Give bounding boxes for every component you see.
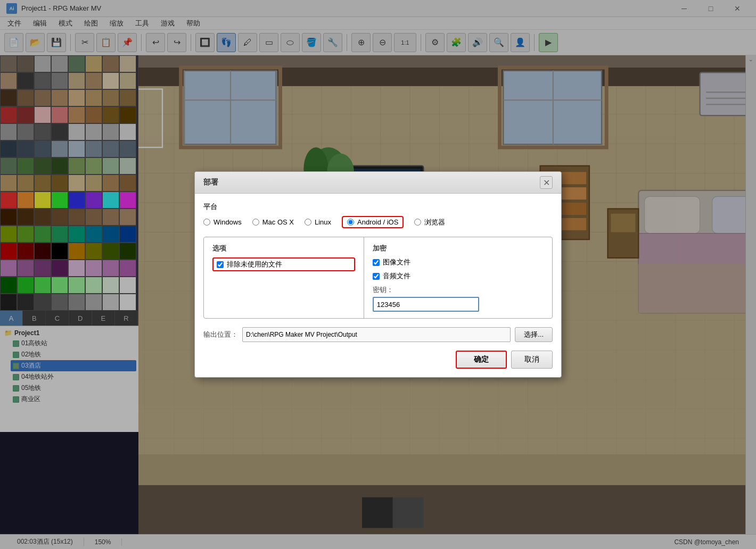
platform-macosx-label: Mac OS X <box>262 218 294 226</box>
dialog-close-button[interactable]: ✕ <box>540 176 553 189</box>
encryption-label: 加密 <box>373 244 544 253</box>
platform-android-ios-label: Android / iOS <box>357 218 398 226</box>
dialog-buttons: 确定 取消 <box>203 351 553 369</box>
cancel-button[interactable]: 取消 <box>511 351 553 369</box>
output-row: 输出位置： 选择... <box>203 327 553 342</box>
options-encryption-row: 选项 排除未使用的文件 加密 图像文件 音频文件 <box>203 237 553 319</box>
encrypt-images-checkbox[interactable] <box>373 259 380 266</box>
platform-windows-label: Windows <box>213 218 242 226</box>
encryption-audio[interactable]: 音频文件 <box>373 271 544 281</box>
platform-label: 平台 <box>203 202 553 212</box>
platform-browser-label: 浏览器 <box>424 218 445 227</box>
platform-linux-radio[interactable] <box>305 219 311 226</box>
dialog-title: 部署 <box>203 178 218 187</box>
password-row: 密钥： <box>373 285 544 312</box>
platform-windows-radio[interactable] <box>203 219 210 226</box>
options-section: 选项 排除未使用的文件 <box>204 237 364 318</box>
encryption-images[interactable]: 图像文件 <box>373 257 544 267</box>
dialog-body: 平台 Windows Mac OS X Linux Android / iOS <box>195 194 561 377</box>
exclude-unused-checkbox[interactable] <box>217 261 224 268</box>
exclude-unused-label: 排除未使用的文件 <box>227 260 282 269</box>
option-exclude-unused[interactable]: 排除未使用的文件 <box>212 257 355 271</box>
dialog-overlay: 部署 ✕ 平台 Windows Mac OS X Linux <box>0 0 756 549</box>
platform-linux-label: Linux <box>315 218 331 226</box>
encrypt-audio-checkbox[interactable] <box>373 273 380 280</box>
platform-browser-radio[interactable] <box>414 219 421 226</box>
platform-browser[interactable]: 浏览器 <box>414 218 445 227</box>
deploy-dialog: 部署 ✕ 平台 Windows Mac OS X Linux <box>194 171 562 378</box>
password-label: 密钥： <box>373 285 544 295</box>
password-input[interactable] <box>373 297 479 312</box>
dialog-titlebar: 部署 ✕ <box>195 172 561 194</box>
encryption-section: 加密 图像文件 音频文件 密钥： <box>364 237 552 318</box>
output-path-input[interactable] <box>242 327 511 342</box>
platform-android-ios[interactable]: Android / iOS <box>342 216 404 228</box>
platform-android-ios-radio[interactable] <box>347 219 354 226</box>
browse-button[interactable]: 选择... <box>515 327 553 342</box>
platform-windows[interactable]: Windows <box>203 218 242 226</box>
platform-row: Windows Mac OS X Linux Android / iOS 浏览器 <box>203 216 553 228</box>
encrypt-images-label: 图像文件 <box>383 257 410 267</box>
ok-button[interactable]: 确定 <box>456 351 507 369</box>
output-label: 输出位置： <box>203 330 238 339</box>
encrypt-audio-label: 音频文件 <box>383 271 410 281</box>
platform-macosx-radio[interactable] <box>252 219 259 226</box>
platform-macosx[interactable]: Mac OS X <box>252 218 294 226</box>
platform-linux[interactable]: Linux <box>305 218 331 226</box>
options-label: 选项 <box>212 244 355 253</box>
